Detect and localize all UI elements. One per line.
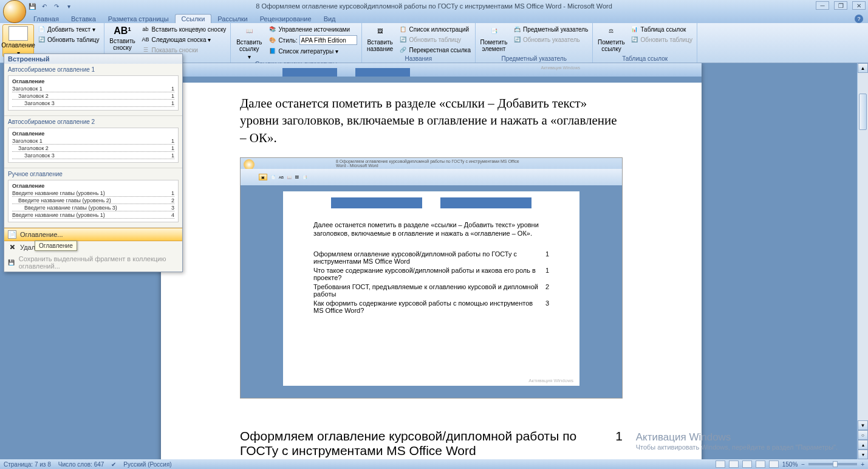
insert-footnote-button[interactable]: AB¹ Вставить сноску (107, 24, 138, 55)
show-notes-icon: ☰ (142, 46, 150, 54)
index-icon: 📇 (513, 25, 521, 33)
update-icon: 🔄 (399, 35, 408, 44)
insert-endnote-button[interactable]: abВставить концевую сноску (140, 24, 228, 34)
browse-object-button[interactable]: ○ (858, 430, 868, 440)
insert-caption-button[interactable]: 🖼 Вставить название (364, 24, 396, 55)
toc-gallery-auto1[interactable]: Автособираемое оглавление 1 Оглавление З… (4, 64, 182, 116)
mark-entry-icon: 📑 (487, 26, 501, 38)
table-of-figures-button[interactable]: 📋Список иллюстраций (397, 24, 473, 34)
bibliography-button[interactable]: 📘Список литературы ▾ (266, 46, 358, 56)
office-button[interactable] (3, 0, 26, 23)
tab-layout[interactable]: Разметка страницы (102, 15, 175, 23)
next-footnote-icon: AB (142, 35, 150, 44)
mark-citation-button[interactable]: ⚖ Пометить ссылку (595, 24, 627, 55)
draft-view[interactable] (769, 460, 779, 468)
zoom-out-button[interactable]: − (801, 461, 805, 468)
tab-view[interactable]: Вид (318, 15, 342, 23)
full-screen-view[interactable] (729, 460, 739, 468)
crossref-icon: 🔗 (399, 46, 408, 54)
style-select[interactable] (299, 35, 357, 45)
word-count[interactable]: Число слов: 647 (58, 461, 104, 468)
redo-icon[interactable]: ↷ (52, 1, 61, 11)
activation-watermark: Активация Windows Чтобы активировать Win… (636, 431, 838, 451)
toc-gallery-dropdown: Встроенный Автособираемое оглавление 1 О… (4, 53, 183, 272)
qat-dropdown-icon[interactable]: ▾ (64, 1, 73, 11)
document-icon: 📄 (8, 230, 16, 239)
prev-page-button[interactable]: ▴ (858, 440, 868, 450)
page-indicator[interactable]: Страница: 7 из 8 (4, 461, 51, 468)
cross-reference-button[interactable]: 🔗Перекрестная ссылка (397, 45, 473, 55)
toc-save-selection: 💾Сохранить выделенный фрагмент в коллекц… (4, 253, 182, 272)
manage-sources-button[interactable]: 📚Управление источниками (266, 24, 358, 34)
tab-review[interactable]: Рецензирование (254, 15, 318, 23)
update-icon: 🔄 (37, 35, 46, 44)
save-icon[interactable]: 💾 (27, 1, 37, 11)
tooltip: Оглавление (35, 241, 77, 251)
undo-icon[interactable]: ↶ (39, 1, 49, 11)
style-icon: 🎨 (268, 36, 276, 44)
update-icon: 🔄 (630, 35, 638, 44)
embedded-image-top: Активация Windows (161, 63, 702, 83)
save-selection-icon: 💾 (8, 258, 15, 267)
scroll-down-button[interactable]: ▼ (858, 420, 868, 430)
insert-toa-button[interactable]: 📊Таблица ссылок (628, 24, 694, 34)
scroll-thumb[interactable] (859, 94, 867, 130)
toc-button[interactable]: Оглавление ▾ (2, 24, 34, 57)
caption-icon: 🖼 (373, 26, 388, 38)
update-icon: 🔄 (513, 35, 521, 44)
toc-gallery-header: Встроенный (4, 54, 182, 64)
print-layout-view[interactable] (716, 460, 725, 468)
update-tof-button[interactable]: 🔄Обновить таблицу (397, 35, 473, 44)
mark-entry-button[interactable]: 📑 Пометить элемент (478, 24, 510, 55)
nested-screenshot: 8 Оформляем оглавление курсовойдипломной… (240, 157, 623, 399)
index-group-label: Предметный указатель (478, 55, 590, 63)
remove-icon: 🗙 (8, 243, 16, 252)
citation-icon: 📖 (242, 26, 256, 38)
next-page-button[interactable]: ▾ (858, 450, 868, 459)
update-toc-button[interactable]: 🔄Обновить таблицу (35, 35, 101, 44)
zoom-in-button[interactable]: + (861, 461, 864, 468)
insert-citation-button[interactable]: 📖 Вставить ссылку▾ (233, 24, 265, 60)
sources-icon: 📚 (268, 25, 276, 33)
next-footnote-button[interactable]: ABСледующая сноска ▾ (140, 35, 228, 44)
add-text-icon: 📄 (37, 25, 46, 33)
tab-references[interactable]: Ссылки (175, 14, 212, 23)
maximize-button[interactable]: ❐ (834, 1, 847, 10)
help-icon[interactable]: ? (855, 15, 863, 23)
web-layout-view[interactable] (742, 460, 752, 468)
tab-insert[interactable]: Вставка (65, 15, 102, 23)
scroll-up-button[interactable]: ▲ (858, 63, 868, 73)
tof-icon: 📋 (399, 25, 408, 33)
zoom-level[interactable]: 150% (782, 461, 798, 468)
toc-remove[interactable]: 🗙Удалить оглавление Удали Оглавление (4, 241, 182, 253)
toc-insert-custom[interactable]: 📄Оглавление... (4, 228, 182, 241)
toa-icon: 📊 (630, 25, 638, 33)
toc-icon (9, 26, 28, 41)
spell-check-icon[interactable]: ✔ (111, 461, 116, 468)
window-title: 8 Оформляем оглавление курсовойдипломной… (256, 2, 612, 10)
toc-gallery-manual[interactable]: Ручное оглавление Оглавление Введите наз… (4, 168, 182, 228)
toa-group-label: Таблица ссылок (595, 55, 694, 63)
captions-group-label: Названия (364, 55, 473, 63)
toc-label: Оглавление (1, 42, 35, 49)
zoom-slider[interactable] (808, 463, 857, 465)
update-toa-button[interactable]: 🔄Обновить таблицу (628, 35, 694, 44)
citation-style: 🎨Стиль: (266, 35, 358, 46)
vertical-scrollbar[interactable]: ▲ ▼ ○ ▴ ▾ (857, 63, 868, 459)
language-indicator[interactable]: Русский (Россия) (123, 461, 171, 468)
toc-gallery-auto2[interactable]: Автособираемое оглавление 2 Оглавление З… (4, 116, 182, 168)
add-text-button[interactable]: 📄Добавить текст ▾ (35, 24, 101, 34)
outline-view[interactable] (756, 460, 765, 468)
document-paragraph: Далее останется пометить в разделе «ссыл… (240, 95, 623, 146)
insert-index-button[interactable]: 📇Предметный указатель (511, 24, 590, 34)
minimize-button[interactable]: ─ (816, 1, 829, 10)
quick-access-toolbar: 💾 ↶ ↷ ▾ (27, 1, 73, 11)
document-page[interactable]: Активация Windows Далее останется помети… (161, 63, 702, 459)
mark-citation-icon: ⚖ (604, 26, 618, 38)
tab-mailings[interactable]: Рассылки (211, 15, 253, 23)
toc-entry: Оформляем оглавление курсовой/дипломной … (240, 429, 623, 458)
title-bar: 💾 ↶ ↷ ▾ 8 Оформляем оглавление курсовойд… (0, 0, 868, 12)
update-index-button[interactable]: 🔄Обновить указатель (511, 35, 590, 44)
tab-home[interactable]: Главная (27, 15, 65, 23)
close-button[interactable]: ✕ (852, 1, 866, 10)
